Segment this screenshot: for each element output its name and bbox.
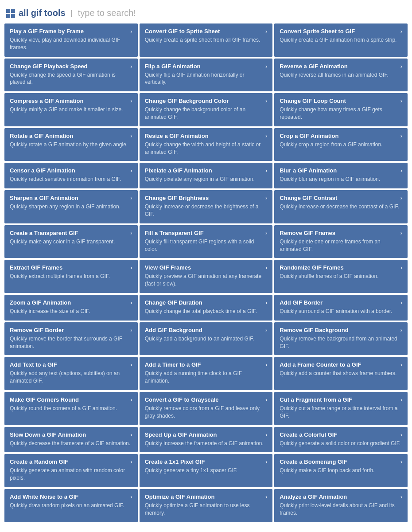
tool-card[interactable]: View GIF Frames›Quickly preview a GIF an… [140,260,273,293]
tool-card-header: Pixelate a GIF Animation› [145,167,268,174]
tool-card[interactable]: Zoom a GIF Animation›Quickly increase th… [4,295,138,321]
tool-arrow-icon: › [130,98,132,104]
tool-card[interactable]: Flip a GIF Animation›Quickly flip a GIF … [140,59,273,92]
tool-desc: Quickly create a sprite sheet from all G… [145,36,268,44]
tool-name: Resize a GIF Animation [145,133,209,139]
tool-card[interactable]: Change GIF Duration›Quickly change the t… [140,295,273,321]
tool-name: Cut a Fragment from a GIF [280,396,352,403]
tool-card-header: Cut a Fragment from a GIF› [280,396,402,403]
tool-card[interactable]: Remove GIF Frames›Quickly delete one or … [274,225,408,258]
tool-desc: Quickly make a GIF loop back and forth. [280,467,402,474]
tool-name: Create a Boomerang GIF [280,458,347,465]
tool-card-header: Sharpen a GIF Animation› [10,195,132,201]
tool-card[interactable]: Remove GIF Background›Quickly remove the… [274,322,408,356]
tool-card-header: Speed Up a GIF Animation› [145,431,268,438]
tool-card[interactable]: Change GIF Contrast›Quickly increase or … [274,190,408,223]
tool-arrow-icon: › [130,167,132,174]
tool-arrow-icon: › [130,458,132,465]
tool-card[interactable]: Create a Colorful GIF›Quickly generate a… [274,427,408,453]
tool-card[interactable]: Remove GIF Border›Quickly remove the bor… [4,322,138,356]
tool-desc: Quickly minify a GIF and make it smaller… [10,106,132,113]
tool-card[interactable]: Play a GIF Frame by Frame›Quickly view, … [4,23,138,57]
tool-name: Compress a GIF Animation [10,98,83,104]
tool-card[interactable]: Create a Random GIF›Quickly generate an … [4,454,138,487]
tool-card-header: Remove GIF Background› [280,327,402,333]
tool-card[interactable]: Add GIF Border›Quickly surround a GIF an… [274,295,408,321]
tool-card[interactable]: Add Text to a GIF›Quickly add any text (… [4,357,138,390]
tool-card[interactable]: Convert GIF to Sprite Sheet›Quickly crea… [140,23,273,57]
tool-card[interactable]: Crop a GIF Animation›Quickly crop a regi… [274,128,408,161]
tool-card[interactable]: Reverse a GIF Animation›Quickly reverse … [274,59,408,92]
tool-card[interactable]: Censor a GIF Animation›Quickly redact se… [4,163,138,188]
tool-card-header: Convert a GIF to Grayscale› [145,396,268,403]
tool-card[interactable]: Change GIF Background Color›Quickly chan… [140,93,273,126]
tool-card[interactable]: Extract GIF Frames›Quickly extract multi… [4,260,138,293]
tool-card[interactable]: Make GIF Corners Round›Quickly round the… [4,392,138,425]
tool-card[interactable]: Change GIF Playback Speed›Quickly change… [4,59,138,92]
tool-card[interactable]: Change GIF Brightness›Quickly increase o… [140,190,273,223]
tool-card-header: Add White Noise to a GIF› [10,493,132,500]
tool-name: Convert Sprite Sheet to GIF [280,28,355,35]
tool-desc: Quickly change the speed a GIF animation… [10,71,132,86]
tool-arrow-icon: › [400,493,402,500]
tool-card[interactable]: Slow Down a GIF Animation›Quickly decrea… [4,427,138,453]
tool-card[interactable]: Add a Frame Counter to a GIF›Quickly add… [274,357,408,390]
tool-arrow-icon: › [400,133,402,139]
tool-card-header: Create a 1x1 Pixel GIF› [145,458,268,465]
tool-desc: Quickly add a background to an animated … [145,335,268,343]
tool-card[interactable]: Pixelate a GIF Animation›Quickly pixelat… [140,163,273,188]
tool-card[interactable]: Speed Up a GIF Animation›Quickly increas… [140,427,273,453]
tool-card-header: Analyze a GIF Animation› [280,493,402,500]
tool-desc: Quickly cut a frame range or a time inte… [280,405,402,420]
tool-card[interactable]: Randomize GIF Frames›Quickly shuffle fra… [274,260,408,293]
tool-arrow-icon: › [265,327,267,333]
tool-card[interactable]: Blur a GIF Animation›Quickly blur any re… [274,163,408,188]
tool-card[interactable]: Convert a GIF to Grayscale›Quickly remov… [140,392,273,425]
tool-desc: Quickly change the background color of a… [145,106,268,121]
tool-arrow-icon: › [265,63,267,70]
tool-desc: Quickly preview a GIF animation at any f… [145,273,268,288]
tool-card[interactable]: Change GIF Loop Count›Quickly change how… [274,93,408,126]
tool-card[interactable]: Rotate a GIF Animation›Quickly rotate a … [4,128,138,161]
tool-name: Remove GIF Frames [280,230,335,236]
tool-desc: Quickly generate a solid color or color … [280,440,402,447]
tool-card[interactable]: Resize a GIF Animation›Quickly change th… [140,128,273,161]
tool-name: Flip a GIF Animation [145,63,201,70]
tool-card[interactable]: Optimize a GIF Animation›Quickly optimiz… [140,489,273,522]
tool-card[interactable]: Sharpen a GIF Animation›Quickly sharpen … [4,190,138,223]
tools-grid: Play a GIF Frame by Frame›Quickly view, … [4,23,408,522]
tool-arrow-icon: › [265,431,267,438]
tool-name: Create a 1x1 Pixel GIF [145,458,205,465]
tool-card[interactable]: Cut a Fragment from a GIF›Quickly cut a … [274,392,408,425]
tool-card-header: Create a Transparent GIF› [10,230,132,236]
tool-card[interactable]: Fill a Transparent GIF›Quickly fill tran… [140,225,273,258]
tool-name: Create a Random GIF [10,458,68,465]
tool-arrow-icon: › [400,264,402,271]
tool-arrow-icon: › [400,98,402,104]
tool-card-header: Censor a GIF Animation› [10,167,132,174]
tool-card-header: Change GIF Loop Count› [280,98,402,104]
tool-card[interactable]: Add GIF Background›Quickly add a backgro… [140,322,273,356]
tool-name: Fill a Transparent GIF [145,230,204,236]
tool-name: Add a Frame Counter to a GIF [280,361,361,368]
tool-name: Convert GIF to Sprite Sheet [145,28,220,35]
tool-name: Speed Up a GIF Animation [145,431,217,438]
tool-arrow-icon: › [400,299,402,306]
tool-card-header: Randomize GIF Frames› [280,264,402,271]
tool-card[interactable]: Analyze a GIF Animation›Quickly print lo… [274,489,408,522]
tool-card[interactable]: Create a 1x1 Pixel GIF›Quickly generate … [140,454,273,487]
tool-card[interactable]: Create a Boomerang GIF›Quickly make a GI… [274,454,408,487]
tool-card[interactable]: Compress a GIF Animation›Quickly minify … [4,93,138,126]
tool-desc: Quickly redact sensitive information fro… [10,176,132,183]
tool-card[interactable]: Add a Timer to a GIF›Quickly add a runni… [140,357,273,390]
tool-card[interactable]: Add White Noise to a GIF›Quickly draw ra… [4,489,138,522]
tool-name: Change GIF Loop Count [280,98,346,104]
tool-card[interactable]: Convert Sprite Sheet to GIF›Quickly crea… [274,23,408,57]
tool-desc: Quickly add any text (captions, subtitle… [10,370,132,385]
tool-card[interactable]: Create a Transparent GIF›Quickly make an… [4,225,138,258]
tool-name: Censor a GIF Animation [10,167,75,174]
tool-name: Pixelate a GIF Animation [145,167,212,174]
tool-card-header: Compress a GIF Animation› [10,98,132,104]
tool-desc: Quickly make any color in a GIF transpar… [10,238,132,246]
tool-arrow-icon: › [130,133,132,139]
